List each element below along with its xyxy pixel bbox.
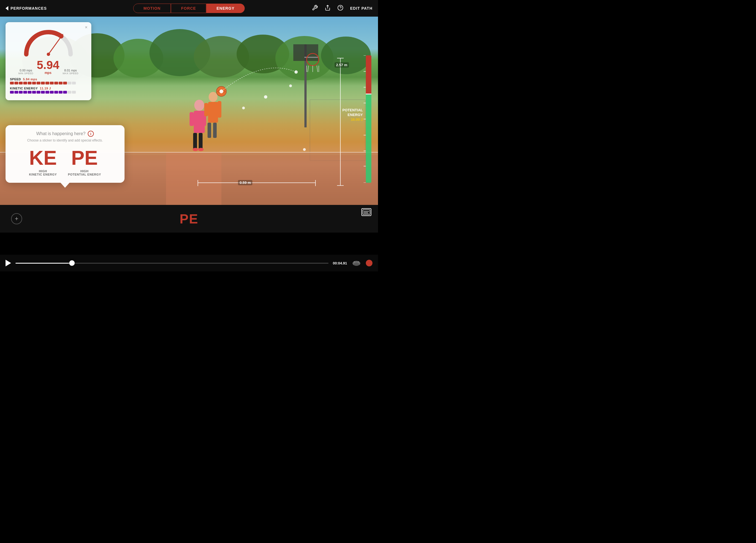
svg-line-16: [308, 66, 309, 72]
svg-rect-34: [208, 102, 218, 123]
svg-point-31: [193, 148, 198, 151]
pe-sticker-sub: HIGH POTENTIAL ENERGY: [68, 169, 101, 176]
vertical-measurement: 2.57 m: [335, 62, 349, 68]
svg-line-18: [317, 66, 318, 72]
tab-motion[interactable]: MOTION: [133, 4, 171, 13]
svg-rect-13: [304, 57, 318, 58]
svg-rect-38: [218, 101, 221, 118]
speed-unit: mps: [37, 71, 59, 75]
info-icon[interactable]: i: [88, 131, 94, 137]
back-chevron-icon: [6, 6, 8, 11]
bottom-bar: + PE: [0, 205, 378, 232]
svg-rect-36: [213, 123, 217, 138]
svg-rect-26: [194, 111, 205, 133]
min-speed: 0.00 mps: [19, 69, 33, 72]
svg-rect-63: [363, 209, 370, 214]
svg-point-45: [303, 148, 306, 151]
svg-rect-28: [199, 133, 203, 149]
svg-point-9: [275, 36, 333, 80]
svg-point-70: [354, 261, 355, 262]
add-button[interactable]: +: [11, 213, 22, 224]
svg-rect-27: [193, 133, 197, 149]
svg-point-41: [294, 70, 298, 74]
pe-sticker[interactable]: PE HIGH POTENTIAL ENERGY: [68, 148, 101, 176]
svg-point-42: [289, 84, 292, 87]
potential-energy-label: POTENTIALENERGY 16.00 J: [342, 108, 363, 121]
wrench-icon[interactable]: [312, 5, 318, 12]
subtitles-button[interactable]: [361, 208, 371, 216]
svg-rect-35: [208, 123, 211, 138]
svg-point-40: [219, 89, 223, 93]
speed-display-row: 0.00 mps MIN SPEED 5.94 mps 8.01 mps MAX…: [10, 59, 87, 75]
popup-title: What is happening here?: [36, 131, 86, 136]
svg-line-61: [48, 34, 63, 54]
svg-point-39: [216, 86, 226, 96]
svg-rect-29: [190, 112, 194, 126]
ke-sticker-letter: KE: [29, 148, 57, 168]
edit-path-button[interactable]: EDIT PATH: [350, 6, 372, 11]
tab-force[interactable]: FORCE: [171, 4, 206, 13]
popup-subtitle: Choose a sticker to identify and add spe…: [12, 138, 118, 142]
svg-rect-11: [304, 44, 307, 127]
data-card: × 0.00 mps MIN SPEED 5.94 mps: [6, 22, 91, 100]
nav-tabs: MOTION FORCE ENERGY: [133, 4, 245, 13]
play-button[interactable]: [6, 260, 11, 266]
svg-rect-23: [166, 152, 221, 208]
back-button[interactable]: PERFORMANCES: [6, 6, 47, 11]
timeline: 00:04.91: [0, 255, 378, 272]
tab-energy[interactable]: ENERGY: [206, 4, 245, 13]
svg-point-25: [194, 100, 204, 111]
svg-point-71: [358, 261, 359, 262]
mascot-icon[interactable]: [351, 258, 361, 268]
speed-metric: SPEED 5.94 mps: [10, 77, 87, 84]
close-button[interactable]: ×: [85, 25, 87, 30]
ke-bar: [10, 91, 87, 94]
min-speed-label: MIN SPEED: [19, 72, 33, 75]
svg-point-6: [149, 29, 210, 76]
top-navigation: PERFORMANCES MOTION FORCE ENERGY ED: [0, 0, 378, 17]
popup-title-row: What is happening here? i: [12, 131, 118, 137]
ke-sticker-sub: HIGH KINETIC ENERGY: [29, 169, 57, 176]
nav-right-actions: EDIT PATH: [312, 5, 372, 12]
svg-point-44: [242, 107, 245, 109]
ke-value: 11.19 J: [40, 87, 51, 90]
ke-metric: KINETIC ENERGY 11.19 J: [10, 87, 87, 94]
speed-bar: [10, 82, 87, 84]
sticker-popup: What is happening here? i Choose a stick…: [6, 125, 125, 183]
back-label: PERFORMANCES: [11, 6, 47, 11]
potential-energy-value: 16.00 J: [342, 117, 363, 121]
speed-label: SPEED 5.94 mps: [10, 77, 87, 81]
horizontal-measurement: 0.59 m: [238, 180, 252, 185]
pe-sticker-letter: PE: [71, 148, 98, 168]
ke-label: KINETIC ENERGY 11.19 J: [10, 87, 87, 90]
svg-point-10: [321, 37, 371, 74]
svg-point-7: [194, 36, 249, 77]
svg-point-72: [354, 263, 359, 266]
energy-bar: [366, 55, 371, 183]
progress-thumb[interactable]: [69, 260, 75, 266]
sticker-display: PE: [180, 211, 198, 226]
svg-point-43: [264, 95, 267, 99]
svg-point-32: [198, 148, 204, 151]
svg-point-8: [237, 35, 289, 73]
svg-point-62: [47, 53, 50, 56]
speed-value: 5.94 mps: [23, 77, 37, 81]
svg-point-5: [113, 39, 163, 77]
svg-rect-12: [293, 44, 318, 61]
max-speed: 8.01 mps: [63, 69, 78, 72]
record-button[interactable]: [366, 260, 372, 266]
help-icon[interactable]: [337, 5, 343, 12]
max-speed-label: MAX SPEED: [63, 72, 78, 75]
svg-rect-30: [202, 111, 206, 126]
svg-point-14: [307, 53, 319, 66]
svg-rect-37: [204, 103, 208, 116]
video-area: 0.59 m 2.57 m POTENTIALENERGY 16.00 J: [0, 17, 378, 232]
share-icon[interactable]: [325, 5, 331, 12]
ke-sticker[interactable]: KE HIGH KINETIC ENERGY: [29, 148, 57, 176]
sticker-options: KE HIGH KINETIC ENERGY PE HIGH POTENTIAL…: [12, 148, 118, 176]
current-speed: 5.94: [37, 59, 59, 71]
progress-track[interactable]: [15, 263, 328, 263]
speedometer-gauge: [10, 27, 87, 57]
time-display: 00:04.91: [333, 261, 347, 265]
progress-fill: [15, 263, 72, 263]
